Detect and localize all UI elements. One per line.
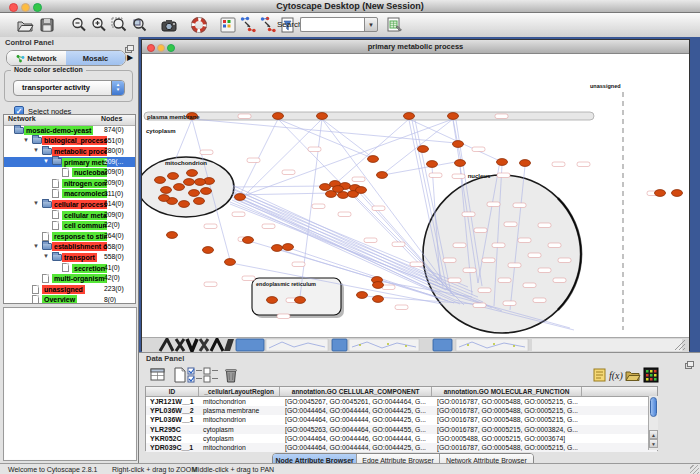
tree-row[interactable]: cellular metabo 209(0): [4, 210, 135, 221]
tree-row-count: 209(0): [104, 168, 124, 175]
open-session-icon[interactable]: [16, 16, 34, 34]
expand-arrow-icon[interactable]: ▼: [43, 158, 49, 164]
tree-row-count: 280(0): [104, 147, 124, 154]
window-title: Cytoscape Desktop (New Session): [0, 0, 700, 12]
tree-row-count: 41(0): [104, 264, 120, 271]
tree-row-label: biological_process: [42, 136, 107, 145]
expand-arrow-icon[interactable]: ▼: [33, 200, 39, 206]
status-zoom-hint: Right-click + drag to ZOOM: [112, 466, 197, 473]
tree-row[interactable]: ▼ biological_process 651(0): [4, 136, 135, 147]
select-attributes-icon[interactable]: [150, 367, 166, 383]
save-session-icon[interactable]: [38, 16, 56, 34]
float-panel-icon[interactable]: [685, 355, 694, 363]
status-bar: Welcome to Cytoscape 2.8.1 Right-click +…: [0, 463, 700, 474]
zoom-fit-content-icon[interactable]: [110, 16, 128, 34]
tree-row-selected[interactable]: ▼ primary metabo 209(...: [4, 157, 135, 168]
folder-icon: [42, 148, 52, 155]
tree-row[interactable]: mosaic-demo-yeast 874(0): [4, 125, 135, 136]
help-icon[interactable]: [190, 16, 208, 34]
tree-row-count: 558(0): [104, 253, 124, 260]
scrollbar-thumb[interactable]: [650, 397, 657, 417]
render-glitch-strip: [142, 338, 689, 352]
table-row[interactable]: YPL036W__2 plasma membrane [GO:0044464, …: [146, 406, 657, 415]
folder-icon: [14, 127, 24, 134]
table-row[interactable]: YJR121W__1 mitochondrion [GO:0045267, GO…: [146, 397, 657, 406]
tab-mosaic[interactable]: Mosaic: [66, 51, 125, 65]
tree-row-label: response to stimulu: [52, 232, 107, 241]
tree-row[interactable]: ▼ metabolic process 280(0): [4, 146, 135, 157]
tree-row[interactable]: unassigned 223(0): [4, 284, 135, 295]
tree-row[interactable]: macromolecule 311(0): [4, 189, 135, 200]
node-color-select[interactable]: transporter activity ▲▼: [13, 80, 125, 96]
notes-icon[interactable]: [592, 367, 608, 383]
modify-attributes-icon[interactable]: [187, 367, 203, 383]
file-icon: [62, 168, 69, 177]
tree-row-count: 42(0): [104, 274, 120, 281]
scroll-up-button[interactable]: ▲: [649, 430, 658, 439]
tree-row-label: cellular metabo: [62, 211, 107, 220]
zoom-out-icon[interactable]: [70, 16, 88, 34]
tab-mosaic-label: Mosaic: [83, 54, 108, 63]
tab-network-label: Network: [27, 54, 57, 63]
tree-row[interactable]: secretion 41(0): [4, 263, 135, 274]
new-network-from-selection-edges-icon[interactable]: [259, 16, 277, 34]
expand-arrow-icon[interactable]: ▼: [43, 253, 49, 259]
apply-layout-icon[interactable]: [219, 16, 237, 34]
tree-row[interactable]: nitrogen compo 209(0): [4, 178, 135, 189]
attribute-table-header[interactable]: ID _cellularLayoutRegion annotation.GO C…: [146, 387, 657, 397]
attribute-matrix-icon[interactable]: [643, 367, 659, 383]
tree-row[interactable]: ▼ transport 558(0): [4, 252, 135, 263]
tree-row[interactable]: cell communicat 22(0): [4, 220, 135, 231]
col-go-molecular-function[interactable]: annotation.GO MOLECULAR_FUNCTION: [432, 387, 582, 396]
tree-row[interactable]: nucleobase- 209(0): [4, 167, 135, 178]
zoom-selected-region-icon[interactable]: [130, 16, 148, 34]
delete-attributes-icon[interactable]: [203, 367, 219, 383]
zoom-in-icon[interactable]: [90, 16, 108, 34]
node-color-selected-option: transporter activity: [22, 83, 90, 92]
table-row[interactable]: YKR052C cytoplasm [GO:0044464, GO:004444…: [146, 434, 657, 443]
tree-row[interactable]: multi-organism pro 42(0): [4, 273, 135, 284]
search-configuration-icon[interactable]: [385, 16, 403, 34]
tree-row[interactable]: response to stimulu 264(0): [4, 231, 135, 242]
tree-row-count: 223(0): [104, 285, 124, 292]
file-icon: [52, 221, 59, 230]
delete-row-icon[interactable]: [223, 367, 239, 383]
create-new-attribute-icon[interactable]: [172, 367, 188, 383]
table-scrollbar[interactable]: ▲ ▼: [648, 396, 658, 450]
graph-nodes[interactable]: [155, 113, 683, 304]
scroll-down-button[interactable]: ▼: [649, 439, 658, 448]
file-icon: [52, 189, 59, 198]
window-resize-grip[interactable]: [690, 465, 699, 474]
tree-row-count: 209(0): [104, 211, 124, 218]
expand-arrow-icon[interactable]: ▼: [33, 243, 39, 249]
network-view-frame[interactable]: primary metabolic process: [141, 39, 690, 351]
search-dropdown-arrow[interactable]: ▼: [364, 17, 378, 32]
col-go-cellular-component[interactable]: annotation.GO CELLULAR_COMPONENT: [280, 387, 431, 396]
network-canvas[interactable]: plasma membrane cytoplasm mitochondrion …: [142, 54, 689, 337]
search-input[interactable]: [300, 17, 367, 32]
expand-arrow-icon[interactable]: ▼: [23, 137, 29, 143]
table-row[interactable]: YDR039C__1 mitochondrion [GO:0044464, GO…: [146, 443, 657, 452]
birds-eye-view[interactable]: [3, 307, 137, 461]
float-panel-icon[interactable]: [125, 39, 134, 47]
tree-row[interactable]: ▼ cellular process 614(0): [4, 199, 135, 210]
tab-network[interactable]: Network: [7, 51, 66, 65]
export-snapshot-icon[interactable]: [160, 16, 178, 34]
network-view-titlebar[interactable]: primary metabolic process: [142, 40, 689, 54]
control-panel-tab-bar: Network Mosaic: [6, 50, 126, 66]
new-network-from-selection-icon[interactable]: [239, 16, 257, 34]
cytoplasm-label: cytoplasm: [146, 128, 176, 134]
tree-row-label: secretion: [72, 264, 107, 273]
import-attributes-icon[interactable]: [625, 367, 641, 383]
tab-overflow-arrow[interactable]: ▶: [127, 53, 133, 62]
expand-arrow-icon[interactable]: ▼: [33, 147, 39, 153]
svg-text:f(x): f(x): [609, 370, 624, 382]
tree-row[interactable]: ▼ establishment of lo 558(0): [4, 242, 135, 253]
col-id[interactable]: ID: [146, 387, 199, 396]
col-cellular-layout-region[interactable]: _cellularLayoutRegion: [199, 387, 281, 396]
table-row[interactable]: YPL036W__1 mitochondrion [GO:0044464, GO…: [146, 415, 657, 424]
tree-row[interactable]: Overview 8(0): [4, 295, 135, 304]
mitochondrion-label: mitochondrion: [165, 160, 207, 166]
function-builder-icon[interactable]: f(x): [608, 367, 624, 383]
table-row[interactable]: YLR295C cytoplasm [GO:0045263, GO:004446…: [146, 425, 657, 434]
